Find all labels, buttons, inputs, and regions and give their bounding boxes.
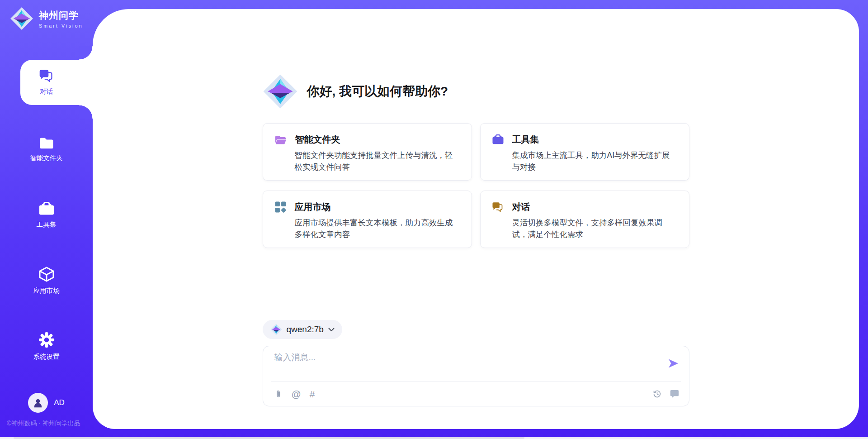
sidebar-item-chat[interactable]: 对话 <box>0 60 93 105</box>
paperclip-icon <box>274 389 283 399</box>
sidebar-item-label: 工具集 <box>37 220 57 229</box>
gear-icon <box>38 331 55 348</box>
card-title: 应用市场 <box>295 201 331 213</box>
toolbox-icon <box>492 134 504 145</box>
brand-name: 神州问学 <box>39 9 83 22</box>
apps-grid-icon <box>274 201 287 213</box>
sidebar: 神州问学 Smart Vision 对话 智能文件夹 <box>0 0 93 439</box>
card-smart-folder[interactable]: 智能文件夹 智能文件夹功能支持批量文件上传与清洗，轻松实现文件问答 <box>263 123 472 181</box>
attach-file-button[interactable] <box>274 389 283 399</box>
card-title: 对话 <box>512 201 530 213</box>
at-mention-button[interactable]: @ <box>292 389 301 399</box>
avatar <box>28 393 48 413</box>
card-title: 智能文件夹 <box>295 134 340 146</box>
send-icon <box>667 358 679 369</box>
card-description: 应用市场提供丰富长文本模板，助力高效生成多样化文章内容 <box>295 217 460 240</box>
greeting: 你好, 我可以如何帮助你? <box>263 74 689 109</box>
app-root: 神州问学 Smart Vision 对话 智能文件夹 <box>0 0 868 439</box>
folder-open-icon <box>274 134 287 145</box>
model-logo-icon <box>270 324 282 335</box>
chevron-down-icon <box>328 328 335 332</box>
send-button[interactable] <box>667 358 679 369</box>
brand-logo-icon <box>10 7 33 30</box>
sidebar-item-label: 应用市场 <box>33 286 60 295</box>
sidebar-item-app-market[interactable]: 应用市场 <box>0 258 93 303</box>
folder-icon <box>38 136 55 150</box>
sidebar-item-settings[interactable]: 系统设置 <box>0 324 93 369</box>
feature-cards: 智能文件夹 智能文件夹功能支持批量文件上传与清洗，轻松实现文件问答 <box>263 123 689 248</box>
card-description: 智能文件夹功能支持批量文件上传与清洗，轻松实现文件问答 <box>295 149 460 173</box>
horizontal-scrollbar[interactable] <box>0 437 868 439</box>
card-app-market[interactable]: 应用市场 应用市场提供丰富长文本模板，助力高效生成多样化文章内容 <box>263 191 472 248</box>
card-toolset[interactable]: 工具集 集成市场上主流工具，助力AI与外界无缝扩展与对接 <box>480 123 689 181</box>
sidebar-item-label: 智能文件夹 <box>30 154 63 162</box>
person-icon <box>32 397 44 409</box>
card-description: 灵活切换多模型文件，支持多样回复效果调试，满足个性化需求 <box>512 217 677 240</box>
card-description: 集成市场上主流工具，助力AI与外界无缝扩展与对接 <box>512 149 677 173</box>
sidebar-item-label: 对话 <box>40 87 53 96</box>
card-title: 工具集 <box>512 134 539 146</box>
chat-bubbles-icon <box>492 202 504 213</box>
sidebar-item-label: 系统设置 <box>33 353 60 361</box>
toolbox-icon <box>38 201 55 216</box>
brand-subtitle: Smart Vision <box>39 23 83 29</box>
history-icon <box>652 389 662 399</box>
chat-bubbles-icon <box>39 69 54 83</box>
scrollbar-thumb[interactable] <box>14 437 524 439</box>
greeting-text: 你好, 我可以如何帮助你? <box>307 83 448 100</box>
assistant-logo-icon <box>263 74 298 109</box>
brand: 神州问学 Smart Vision <box>10 7 83 30</box>
hash-topic-button[interactable]: # <box>310 389 315 399</box>
main-panel: 你好, 我可以如何帮助你? 智能文件夹 智能文件夹功能支持批量文件上传与清洗，轻… <box>93 9 859 429</box>
cube-icon <box>38 266 55 282</box>
user-initials: AD <box>54 398 65 407</box>
message-input[interactable] <box>274 352 659 378</box>
history-button[interactable] <box>652 389 662 399</box>
model-selector[interactable]: qwen2:7b <box>263 320 342 339</box>
user-menu[interactable]: AD <box>0 393 93 413</box>
card-chat[interactable]: 对话 灵活切换多模型文件，支持多样回复效果调试，满足个性化需求 <box>480 191 689 248</box>
sidebar-item-smart-folder[interactable]: 智能文件夹 <box>0 127 93 172</box>
sidebar-item-toolset[interactable]: 工具集 <box>0 192 93 238</box>
model-label: qwen2:7b <box>287 324 324 334</box>
quick-chat-button[interactable] <box>670 390 679 398</box>
chat-icon <box>670 390 679 398</box>
message-composer: @ # <box>263 346 689 406</box>
copyright: ©神州数码 · 神州问学出品 <box>7 420 80 428</box>
